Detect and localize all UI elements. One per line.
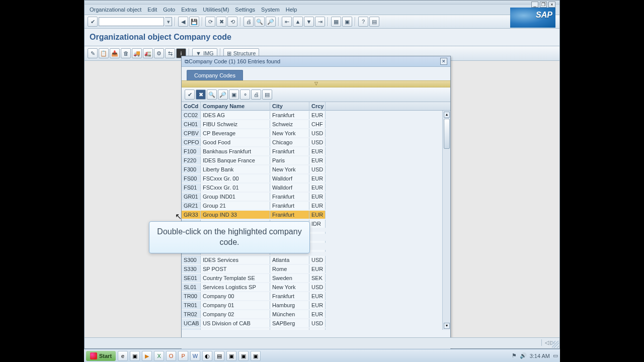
table-row[interactable]: TR01Company 01HamburgEUR	[182, 301, 450, 310]
table-row[interactable]: S330SP POSTRomeEUR	[182, 264, 450, 274]
layout-icon[interactable]: ▤	[369, 17, 379, 27]
deselect-icon[interactable]: ✖	[196, 89, 206, 100]
accept-icon[interactable]: ✔	[185, 89, 195, 100]
volume-icon[interactable]: 🔊	[520, 352, 527, 359]
table-row[interactable]: FS00FSCxxx Gr. 00WalldorfEUR	[182, 174, 450, 183]
app3-icon[interactable]: ▣	[251, 351, 261, 361]
cell: Bankhaus Frankfurt	[201, 147, 270, 155]
clock[interactable]: 3:14 AM	[530, 353, 550, 359]
grid-scrollbar[interactable]: ▴ ▾	[442, 111, 450, 330]
table-row[interactable]: ZA01IDES South AfricaJohannesburgZAR	[182, 328, 450, 330]
filter-bar[interactable]: ▽	[182, 80, 450, 87]
table-row[interactable]: GR01Group IND01FrankfurtEUR	[182, 192, 450, 201]
col-city[interactable]: City	[270, 102, 309, 110]
table-row[interactable]: F100Bankhaus FrankfurtFrankfurtEUR	[182, 147, 450, 156]
table-row[interactable]: GR33Group IND 33FrankfurtEUR	[182, 210, 450, 219]
menu-goto[interactable]: Goto	[163, 7, 175, 13]
ppt-icon[interactable]: P	[178, 351, 188, 361]
col-cocd[interactable]: CoCd	[182, 102, 201, 110]
export-icon[interactable]: ▤	[262, 89, 272, 100]
scroll-thumb[interactable]	[444, 119, 450, 149]
enter-icon[interactable]: ✔	[88, 17, 98, 27]
find-icon[interactable]: 🔍	[255, 17, 265, 27]
menu-settings[interactable]: Settings	[235, 7, 255, 13]
explorer-icon[interactable]: ▣	[130, 351, 140, 361]
app2-icon[interactable]: ▣	[238, 351, 249, 361]
menu-utilities[interactable]: Utilities(M)	[203, 7, 229, 13]
scroll-down-icon[interactable]: ▾	[444, 323, 450, 329]
delete-icon[interactable]: 🗑	[121, 48, 131, 58]
table-row[interactable]: CPBVCP BeverageNew YorkUSD	[182, 129, 450, 138]
notepad-icon[interactable]: ▤	[214, 351, 224, 361]
table-row[interactable]: CC02IDES AGFrankfurtEUR	[182, 111, 450, 120]
table-row[interactable]: TR02Company 02MünchenEUR	[182, 310, 450, 319]
table-row[interactable]: F220IDES Banque FranceParisEUR	[182, 156, 450, 165]
first-page-icon[interactable]: ⇤	[282, 17, 292, 27]
resize-grip[interactable]	[552, 341, 559, 348]
table-row[interactable]: CH01FIBU SchweizSchweizCHF	[182, 120, 450, 129]
table-row[interactable]: GR21Group 21FrankfurtEUR	[182, 201, 450, 210]
compare-icon[interactable]: ⇆	[165, 48, 175, 58]
word-icon[interactable]: W	[190, 351, 200, 361]
gear-icon[interactable]: ⚙	[154, 48, 164, 58]
sort-icon[interactable]: ▣	[229, 89, 239, 100]
exit-icon[interactable]: ⟳	[205, 17, 215, 27]
table-row[interactable]: SL01Services Logistics SPNew YorkUSD	[182, 283, 450, 292]
restore-icon[interactable]: ❐	[540, 2, 547, 8]
import-icon[interactable]: 📥	[110, 48, 120, 58]
transport-icon[interactable]: 🚚	[132, 48, 142, 58]
last-page-icon[interactable]: ⇥	[315, 17, 325, 27]
menu-system[interactable]: System	[261, 7, 280, 13]
chrome-icon[interactable]: ◐	[202, 351, 212, 361]
desktop-icon[interactable]: ▭	[553, 352, 558, 359]
refresh-icon[interactable]: ⟲	[227, 17, 237, 27]
col-company-name[interactable]: Company Name	[201, 102, 270, 110]
copy-icon[interactable]: 📋	[99, 48, 109, 58]
tray-icon[interactable]: ⚑	[512, 352, 517, 359]
search-next-icon[interactable]: 🔎	[218, 89, 228, 100]
min-icon[interactable]: _	[531, 2, 538, 8]
start-button[interactable]: Start	[86, 351, 116, 361]
close-icon[interactable]: ×	[548, 2, 555, 8]
cancel-icon[interactable]: ✖	[216, 17, 226, 27]
where-used-icon[interactable]: 🚛	[143, 48, 153, 58]
outlook-icon[interactable]: O	[166, 351, 176, 361]
table-row[interactable]: UCABUS Division of CABSAPBergUSD	[182, 319, 450, 328]
table-row[interactable]: FS01FSCxxx Gr. 01WalldorfEUR	[182, 183, 450, 192]
titlebar: _ ❐ ×	[85, 1, 559, 5]
shortcut-icon[interactable]: ▣	[342, 17, 352, 27]
col-crcy[interactable]: Crcy	[309, 102, 326, 110]
menu-edit[interactable]: Edit	[147, 7, 157, 13]
prev-page-icon[interactable]: ▲	[293, 17, 303, 27]
command-field[interactable]	[99, 17, 164, 26]
tab-company-codes[interactable]: Company Codes	[187, 70, 243, 80]
table-row[interactable]: CPFOGood FoodChicagoUSD	[182, 138, 450, 147]
personal-list-icon[interactable]: ⚬	[240, 89, 250, 100]
table-row[interactable]: TR00Company 00FrankfurtEUR	[182, 292, 450, 301]
display-icon[interactable]: ✎	[88, 48, 98, 58]
command-history-icon[interactable]: ▾	[165, 17, 172, 26]
table-row[interactable]: S300IDES ServicesAtlantaUSD	[182, 255, 450, 264]
findnext-icon[interactable]: 🔎	[266, 17, 276, 27]
print-list-icon[interactable]: 🖨	[251, 89, 261, 100]
dialog-close-icon[interactable]: ✕	[440, 58, 447, 65]
next-page-icon[interactable]: ▼	[304, 17, 314, 27]
search-icon[interactable]: 🔍	[207, 89, 217, 100]
excel-icon[interactable]: X	[154, 351, 164, 361]
save-icon[interactable]: 💾	[189, 17, 199, 27]
menu-help[interactable]: Help	[286, 7, 297, 13]
print-icon[interactable]: 🖨	[244, 17, 254, 27]
powerpoint-icon[interactable]: ▶	[142, 351, 152, 361]
ie-icon[interactable]: e	[118, 351, 128, 361]
menu-extras[interactable]: Extras	[181, 7, 197, 13]
help-icon[interactable]: ?	[358, 17, 368, 27]
menu-orgobject[interactable]: Organizational object	[90, 7, 141, 13]
scroll-up-icon[interactable]: ▴	[444, 112, 450, 118]
table-row[interactable]: F300Liberty BankNew YorkUSD	[182, 165, 450, 174]
cell: EUR	[309, 211, 326, 219]
table-row[interactable]: SE01Country Template SESwedenSEK	[182, 274, 450, 283]
back-icon[interactable]: ◀	[178, 17, 188, 27]
new-session-icon[interactable]: ▦	[331, 17, 341, 27]
app1-icon[interactable]: ▣	[226, 351, 236, 361]
dialog-titlebar[interactable]: ⧉ Company Code (1) 160 Entries found ✕	[182, 56, 450, 67]
